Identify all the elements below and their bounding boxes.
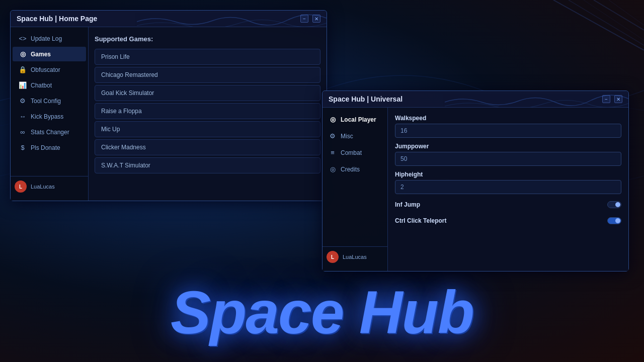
jumppower-input[interactable] xyxy=(395,152,621,166)
toggle-row-ctrl-click-teleport: Ctrl Click Teleport xyxy=(395,215,621,226)
sidebar-item-label-tool-config: Tool Config xyxy=(31,98,61,105)
combat-icon: ≡ xyxy=(329,149,337,156)
game-item-mic-up[interactable]: Mic Up xyxy=(95,121,320,137)
pls-donate-icon: $ xyxy=(19,144,27,151)
universal-titlebar-wave xyxy=(445,91,628,108)
sidebar-item-local-player[interactable]: ◎ Local Player xyxy=(323,112,387,127)
walkspeed-label: Walkspeed xyxy=(395,115,621,122)
credits-icon: ◎ xyxy=(329,165,337,173)
sidebar-item-label-combat: Combat xyxy=(341,149,362,156)
sidebar-item-label-update-log: Update Log xyxy=(31,35,62,42)
ctrl-click-teleport-toggle[interactable] xyxy=(607,217,621,224)
window-universal: Space Hub | Universal − ✕ ◎ Local Player… xyxy=(322,90,629,272)
game-item-swat-simulator[interactable]: S.W.A.T Simulator xyxy=(95,157,320,173)
sidebar-item-kick-bypass[interactable]: ↔ Kick Bypass xyxy=(13,109,86,124)
sidebar-home-user: L LuaLucas xyxy=(11,176,88,197)
sidebar-item-credits[interactable]: ◎ Credits xyxy=(323,161,387,177)
sidebar-item-tool-config[interactable]: ⚙ Tool Config xyxy=(13,94,86,108)
window-home-titlebar: Space Hub | Home Page − ✕ xyxy=(11,11,327,27)
window-home-close[interactable]: ✕ xyxy=(312,15,320,23)
svg-line-3 xyxy=(594,0,644,30)
sidebar-item-label-pls-donate: Pls Donate xyxy=(31,144,60,151)
tool-config-icon: ⚙ xyxy=(19,97,27,105)
titlebar-wave xyxy=(137,11,327,27)
sidebar-item-label-chatbot: Chatbot xyxy=(31,82,52,89)
window-home-minimize[interactable]: − xyxy=(300,15,308,23)
sidebar-item-label-stats-changer: Stats Changer xyxy=(31,129,69,136)
update-log-icon: <> xyxy=(19,35,27,42)
jumppower-label: Jumppower xyxy=(395,143,621,150)
sidebar-item-label-kick-bypass: Kick Bypass xyxy=(31,113,63,120)
sidebar-username-universal: LuaLucas xyxy=(343,254,367,260)
sidebar-item-label-games: Games xyxy=(31,51,51,58)
supported-games-label: Supported Games: xyxy=(95,33,320,45)
sidebar-item-update-log[interactable]: <> Update Log xyxy=(13,31,86,46)
sidebar-item-stats-changer[interactable]: ∞ Stats Changer xyxy=(13,125,86,139)
sidebar-item-obfuscator[interactable]: 🔒 Obfuscator xyxy=(13,62,86,77)
svg-line-1 xyxy=(569,0,644,45)
obfuscator-icon: 🔒 xyxy=(19,66,27,73)
hipheight-label: Hipheight xyxy=(395,171,621,178)
inf-jump-toggle[interactable] xyxy=(607,201,621,208)
avatar-home: L xyxy=(15,180,27,193)
game-item-chicago-remastered[interactable]: Chicago Remastered xyxy=(95,67,320,83)
game-item-prison-life[interactable]: Prison Life xyxy=(95,49,320,65)
sidebar-item-label-credits: Credits xyxy=(341,166,360,173)
sidebar-item-label-misc: Misc xyxy=(341,133,353,140)
sidebar-item-label-local-player: Local Player xyxy=(341,116,376,123)
field-group-hipheight: Hipheight xyxy=(395,171,621,194)
sidebar-item-chatbot[interactable]: 📊 Chatbot xyxy=(13,78,86,93)
game-item-goal-kick-simulator[interactable]: Goal Kick Simulator xyxy=(95,85,320,101)
sidebar-item-pls-donate[interactable]: $ Pls Donate xyxy=(13,140,86,155)
avatar-universal: L xyxy=(327,251,339,263)
inf-jump-knob xyxy=(615,202,620,207)
field-group-walkspeed: Walkspeed xyxy=(395,115,621,138)
sidebar-home: <> Update Log ◎ Games 🔒 Obfuscator 📊 Cha… xyxy=(11,27,89,201)
toggle-row-inf-jump: Inf Jump xyxy=(395,199,621,210)
sidebar-item-label-obfuscator: Obfuscator xyxy=(31,66,60,73)
svg-line-0 xyxy=(553,0,644,50)
app-title: Space Hub xyxy=(171,278,473,347)
ctrl-click-teleport-knob xyxy=(615,218,620,223)
window-universal-body: ◎ Local Player ⚙ Misc ≡ Combat ◎ Credits… xyxy=(323,108,628,271)
universal-main-content: Walkspeed Jumppower Hipheight Inf Jump C… xyxy=(388,108,628,271)
local-player-icon: ◎ xyxy=(329,116,337,123)
window-universal-controls: − ✕ xyxy=(602,95,622,103)
sidebar-username-home: LuaLucas xyxy=(31,184,55,190)
hipheight-input[interactable] xyxy=(395,180,621,194)
game-item-clicker-madness[interactable]: Clicker Madness xyxy=(95,139,320,155)
window-home-controls: − ✕ xyxy=(300,15,320,23)
sidebar-item-misc[interactable]: ⚙ Misc xyxy=(323,128,387,144)
ctrl-click-teleport-label: Ctrl Click Teleport xyxy=(395,217,446,224)
sidebar-item-combat[interactable]: ≡ Combat xyxy=(323,145,387,160)
window-universal-minimize[interactable]: − xyxy=(602,95,610,103)
inf-jump-label: Inf Jump xyxy=(395,201,420,208)
window-home-body: <> Update Log ◎ Games 🔒 Obfuscator 📊 Cha… xyxy=(11,27,327,201)
stats-changer-icon: ∞ xyxy=(19,128,27,136)
misc-icon: ⚙ xyxy=(329,132,337,140)
sidebar-item-games[interactable]: ◎ Games xyxy=(13,47,86,61)
svg-line-2 xyxy=(584,0,644,40)
field-group-jumppower: Jumppower xyxy=(395,143,621,166)
kick-bypass-icon: ↔ xyxy=(19,113,27,120)
window-universal-title: Space Hub | Universal xyxy=(329,95,403,103)
window-universal-titlebar: Space Hub | Universal − ✕ xyxy=(323,91,628,108)
chatbot-icon: 📊 xyxy=(19,81,27,89)
window-home: Space Hub | Home Page − ✕ <> Update Log … xyxy=(10,10,327,201)
walkspeed-input[interactable] xyxy=(395,124,621,138)
window-universal-close[interactable]: ✕ xyxy=(614,95,622,103)
sidebar-universal: ◎ Local Player ⚙ Misc ≡ Combat ◎ Credits… xyxy=(323,108,388,271)
games-icon: ◎ xyxy=(19,50,27,58)
sidebar-universal-user: L LuaLucas xyxy=(323,246,387,267)
home-main-content: Supported Games: Prison Life Chicago Rem… xyxy=(89,27,327,201)
game-item-raise-a-floppa[interactable]: Raise a Floppa xyxy=(95,103,320,119)
window-home-title: Space Hub | Home Page xyxy=(17,15,97,23)
